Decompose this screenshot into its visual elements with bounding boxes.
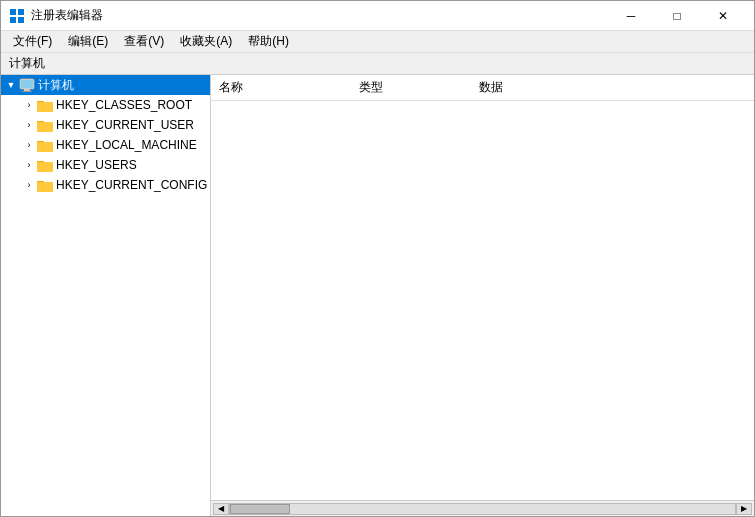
scroll-right-btn[interactable]: ▶ [736, 503, 752, 515]
tree-children: › HKEY_CLASSES_ROOT › [1, 95, 210, 195]
breadcrumb: 计算机 [1, 53, 754, 75]
svg-rect-3 [18, 17, 24, 23]
svg-rect-16 [37, 142, 53, 151]
horizontal-scrollbar[interactable]: ◀ ▶ [211, 500, 754, 516]
svg-rect-5 [21, 80, 33, 88]
breadcrumb-text: 计算机 [9, 55, 45, 72]
tree-item-current-config[interactable]: › HKEY_CURRENT_CONFIG [21, 175, 210, 195]
label-current-config: HKEY_CURRENT_CONFIG [56, 178, 207, 192]
root-label: 计算机 [38, 77, 74, 94]
detail-header: 名称 类型 数据 [211, 75, 754, 101]
svg-rect-6 [24, 89, 30, 91]
detail-panel: 名称 类型 数据 ◀ ▶ [211, 75, 754, 516]
label-current-user: HKEY_CURRENT_USER [56, 118, 194, 132]
scroll-track[interactable] [229, 503, 736, 515]
folder-icon-local-machine [37, 138, 53, 152]
detail-body [211, 101, 754, 500]
tree-panel[interactable]: ▼ 计算机 › [1, 75, 211, 516]
menu-file[interactable]: 文件(F) [5, 31, 60, 52]
col-data: 数据 [471, 77, 754, 98]
title-bar: 注册表编辑器 ─ □ ✕ [1, 1, 754, 31]
svg-rect-19 [37, 162, 53, 171]
svg-rect-22 [37, 182, 53, 191]
menu-view[interactable]: 查看(V) [116, 31, 172, 52]
svg-rect-7 [22, 91, 32, 92]
menu-bar: 文件(F) 编辑(E) 查看(V) 收藏夹(A) 帮助(H) [1, 31, 754, 53]
maximize-button[interactable]: □ [654, 1, 700, 31]
window-title: 注册表编辑器 [31, 7, 608, 24]
label-classes-root: HKEY_CLASSES_ROOT [56, 98, 192, 112]
label-local-machine: HKEY_LOCAL_MACHINE [56, 138, 197, 152]
col-name: 名称 [211, 77, 351, 98]
main-content: ▼ 计算机 › [1, 75, 754, 516]
svg-rect-2 [10, 17, 16, 23]
svg-rect-0 [10, 9, 16, 15]
tree-item-current-user[interactable]: › HKEY_CURRENT_USER [21, 115, 210, 135]
close-button[interactable]: ✕ [700, 1, 746, 31]
menu-edit[interactable]: 编辑(E) [60, 31, 116, 52]
expand-icon-current-user[interactable]: › [21, 117, 37, 133]
registry-editor-window: 注册表编辑器 ─ □ ✕ 文件(F) 编辑(E) 查看(V) 收藏夹(A) 帮助… [0, 0, 755, 517]
menu-help[interactable]: 帮助(H) [240, 31, 297, 52]
scroll-thumb[interactable] [230, 504, 290, 514]
svg-rect-10 [37, 102, 53, 111]
scroll-left-btn[interactable]: ◀ [213, 503, 229, 515]
folder-icon-users [37, 158, 53, 172]
expand-icon-computer[interactable]: ▼ [3, 77, 19, 93]
tree-root-computer[interactable]: ▼ 计算机 [1, 75, 210, 95]
svg-rect-13 [37, 122, 53, 131]
window-controls: ─ □ ✕ [608, 1, 746, 31]
folder-icon-classes-root [37, 98, 53, 112]
folder-icon-current-config [37, 178, 53, 192]
svg-rect-1 [18, 9, 24, 15]
minimize-button[interactable]: ─ [608, 1, 654, 31]
expand-icon-classes-root[interactable]: › [21, 97, 37, 113]
tree-item-users[interactable]: › HKEY_USERS [21, 155, 210, 175]
menu-favorites[interactable]: 收藏夹(A) [172, 31, 240, 52]
tree-item-classes-root[interactable]: › HKEY_CLASSES_ROOT [21, 95, 210, 115]
app-icon [9, 8, 25, 24]
expand-icon-current-config[interactable]: › [21, 177, 37, 193]
tree-item-local-machine[interactable]: › HKEY_LOCAL_MACHINE [21, 135, 210, 155]
expand-icon-users[interactable]: › [21, 157, 37, 173]
col-type: 类型 [351, 77, 471, 98]
folder-icon-current-user [37, 118, 53, 132]
expand-icon-local-machine[interactable]: › [21, 137, 37, 153]
label-users: HKEY_USERS [56, 158, 137, 172]
computer-icon [19, 77, 35, 93]
